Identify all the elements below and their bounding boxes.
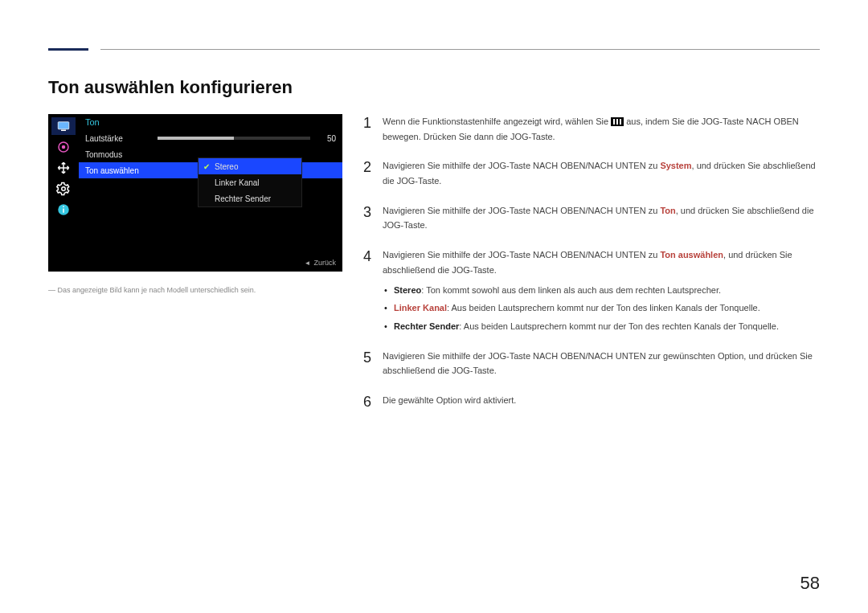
step-4: Navigieren Sie mithilfe der JOG-Taste NA…	[363, 247, 820, 333]
page-number: 58	[800, 573, 820, 594]
osd-submenu-opt2: Linker Kanal	[215, 178, 260, 187]
step3-a: Navigieren Sie mithilfe der JOG-Taste NA…	[383, 206, 660, 215]
b2-text: : Aus beiden Lautsprechern kommt nur der…	[447, 303, 760, 313]
header-line	[100, 49, 820, 50]
step-5: Navigieren Sie mithilfe der JOG-Taste NA…	[363, 349, 820, 378]
osd-submenu-opt1: Stereo	[215, 162, 238, 171]
osd-volume-fill	[158, 137, 234, 140]
osd-submenu: ✔ Stereo Linker Kanal Rechter Sender	[198, 157, 302, 207]
step-1: Wenn die Funktionstastenhilfe angezeigt …	[363, 114, 820, 144]
svg-rect-0	[58, 122, 69, 129]
header-accent	[48, 48, 88, 51]
step-6: Die gewählte Option wird aktiviert.	[363, 393, 820, 408]
osd-volume-label: Lautstärke	[85, 134, 158, 143]
move-tab-icon	[51, 159, 76, 177]
page-title: Ton auswählen konfigurieren	[48, 77, 820, 98]
step4-a: Navigieren Sie mithilfe der JOG-Taste NA…	[383, 250, 660, 260]
svg-rect-6	[63, 209, 64, 213]
osd-submenu-stereo: ✔ Stereo	[199, 158, 301, 174]
osd-sidebar	[51, 117, 76, 268]
picture-tab-icon	[51, 117, 76, 135]
bullet-stereo: Stereo: Ton kommt sowohl aus dem linken …	[383, 283, 820, 298]
osd-panel-title: Ton	[79, 114, 342, 130]
osd-row-volume: Lautstärke 50	[79, 130, 342, 146]
step2-hl: System	[660, 161, 691, 170]
settings-tab-icon	[51, 180, 76, 198]
svg-rect-7	[63, 206, 64, 208]
svg-point-3	[62, 145, 66, 149]
osd-submenu-right: Rechter Sender	[199, 190, 301, 206]
osd-submenu-left: Linker Kanal	[199, 174, 301, 190]
bullet-right: Rechter Sender: Aus beiden Lautsprechern…	[383, 319, 820, 334]
step4-hl: Ton auswählen	[660, 250, 723, 260]
osd-select-label: Ton auswählen	[85, 166, 158, 175]
osd-back-hint: Zurück	[305, 259, 336, 267]
model-note: Das angezeigte Bild kann je nach Modell …	[48, 286, 342, 294]
svg-point-4	[62, 187, 66, 191]
menu-icon	[611, 117, 624, 126]
svg-rect-1	[61, 130, 66, 132]
osd-mode-label: Tonmodus	[85, 150, 158, 159]
step3-hl: Ton	[660, 206, 675, 215]
b3-head: Rechter Sender	[394, 321, 459, 331]
sound-tab-icon	[51, 138, 76, 156]
osd-screenshot: Ton Lautstärke 50 Tonmodus Ton auswählen	[48, 114, 342, 272]
b1-head: Stereo	[394, 285, 421, 295]
step2-a: Navigieren Sie mithilfe der JOG-Taste NA…	[383, 161, 660, 170]
steps-list: Wenn die Funktionstastenhilfe angezeigt …	[363, 114, 820, 408]
osd-volume-value: 50	[317, 134, 336, 143]
step-3: Navigieren Sie mithilfe der JOG-Taste NA…	[363, 203, 820, 233]
b1-text: : Ton kommt sowohl aus dem linken als au…	[421, 285, 721, 295]
info-tab-icon	[51, 201, 76, 219]
step-2: Navigieren Sie mithilfe der JOG-Taste NA…	[363, 158, 820, 188]
b2-head: Linker Kanal	[394, 303, 447, 313]
options-bullets: Stereo: Ton kommt sowohl aus dem linken …	[383, 283, 820, 334]
bullet-left: Linker Kanal: Aus beiden Lautsprechern k…	[383, 300, 820, 316]
check-icon: ✔	[203, 162, 211, 171]
b3-text: : Aus beiden Lautsprechern kommt nur der…	[459, 321, 779, 331]
step1-a: Wenn die Funktionstastenhilfe angezeigt …	[383, 116, 611, 126]
osd-submenu-opt3: Rechter Sender	[215, 194, 271, 203]
osd-volume-slider	[158, 137, 310, 140]
